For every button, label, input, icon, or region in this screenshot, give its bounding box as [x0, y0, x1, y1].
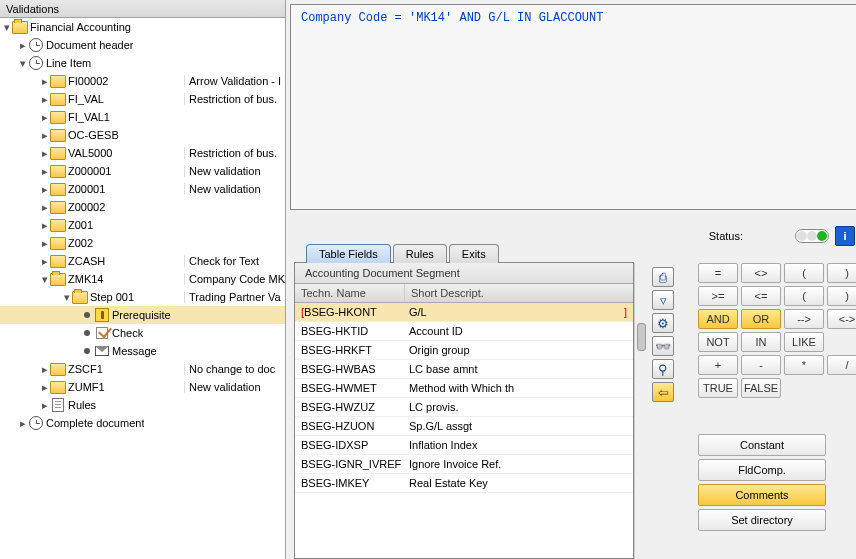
table-row[interactable]: BSEG-IGNR_IVREFIgnore Invoice Ref. [295, 455, 633, 474]
operator-button[interactable]: OR [741, 309, 781, 329]
validation-tree[interactable]: ▾ Financial Accounting ▸ Document header… [0, 18, 285, 559]
status-leds [795, 229, 829, 243]
tree-item[interactable]: ▸FI_VALRestriction of bus. [0, 90, 285, 108]
print-button[interactable]: ⎙ [652, 267, 674, 287]
operator-button[interactable]: >= [698, 286, 738, 306]
tree-item[interactable]: ▸Z000001New validation [0, 162, 285, 180]
panel-title: Validations [0, 0, 285, 18]
tree-item[interactable]: ▸Z00001New validation [0, 180, 285, 198]
expand-icon[interactable]: ▸ [40, 399, 50, 412]
tree-item[interactable]: ▸FI00002Arrow Validation - I [0, 72, 285, 90]
collapse-icon[interactable]: ▾ [18, 57, 28, 70]
operator-button[interactable]: + [698, 355, 738, 375]
formula-editor[interactable]: Company Code = 'MK14' AND G/L IN GLACCOU… [290, 4, 856, 210]
tree-item[interactable]: ▸Z00002 [0, 198, 285, 216]
tree-message[interactable]: Message [0, 342, 285, 360]
tree-root[interactable]: ▾ Financial Accounting [0, 18, 285, 36]
table-row[interactable]: BSEG-HWBASLC base amnt [295, 360, 633, 379]
tree-item[interactable]: ▸ZSCF1No change to doc [0, 360, 285, 378]
expand-icon[interactable]: ▸ [40, 111, 50, 124]
tree-item[interactable]: ▸ZCASHCheck for Text [0, 252, 285, 270]
tree-check[interactable]: Check [0, 324, 285, 342]
expand-icon[interactable]: ▸ [40, 147, 50, 160]
tree-item[interactable]: ▸OC-GESB [0, 126, 285, 144]
operator-button[interactable]: ) [827, 286, 856, 306]
table-row[interactable]: BSEG-HWZUZLC provis. [295, 398, 633, 417]
collapse-icon[interactable]: ▾ [2, 21, 12, 34]
table-scrollbar[interactable] [634, 263, 648, 559]
fldcomp-button[interactable]: FldComp. [698, 459, 826, 481]
setdirectory-button[interactable]: Set directory [698, 509, 826, 531]
table-row[interactable]: [BSEG-HKONTG/L] [295, 303, 633, 322]
operator-button[interactable]: / [827, 355, 856, 375]
expand-icon[interactable]: ▸ [18, 39, 28, 52]
comments-button[interactable]: Comments [698, 484, 826, 506]
info-button[interactable]: i [835, 226, 855, 246]
field-table[interactable]: Accounting Document Segment Techn. Name … [294, 262, 634, 559]
back-button[interactable]: ⇦ [652, 382, 674, 402]
clock-icon [29, 416, 43, 430]
operator-button[interactable]: TRUE [698, 378, 738, 398]
expand-icon[interactable]: ▸ [40, 255, 50, 268]
table-row[interactable]: BSEG-HWMETMethod with Which th [295, 379, 633, 398]
expand-icon[interactable]: ▸ [40, 129, 50, 142]
tab-rules[interactable]: Rules [393, 244, 447, 263]
table-row[interactable]: BSEG-IDXSPInflation Index [295, 436, 633, 455]
expand-icon[interactable]: ▸ [18, 417, 28, 430]
operator-button[interactable]: ) [827, 263, 856, 283]
tree-item[interactable]: ▸VAL5000Restriction of bus. [0, 144, 285, 162]
operator-button[interactable]: <-> [827, 309, 856, 329]
table-header-row: Techn. Name Short Descript. [295, 284, 633, 303]
expand-icon[interactable]: ▸ [40, 93, 50, 106]
config-button[interactable]: ⚙ [652, 313, 674, 333]
expand-icon[interactable]: ▸ [40, 363, 50, 376]
expand-icon[interactable]: ▸ [40, 75, 50, 88]
tree-item[interactable]: ▸Z002 [0, 234, 285, 252]
tree-prerequisite[interactable]: Prerequisite [0, 306, 285, 324]
collapse-icon[interactable]: ▾ [62, 291, 72, 304]
status-label: Status: [709, 230, 743, 242]
expand-icon[interactable]: ▸ [40, 381, 50, 394]
expand-icon[interactable]: ▸ [40, 237, 50, 250]
operator-button[interactable]: IN [741, 332, 781, 352]
tree-item[interactable]: ▸Rules [0, 396, 285, 414]
tab-exits[interactable]: Exits [449, 244, 499, 263]
operator-button[interactable]: LIKE [784, 332, 824, 352]
operator-button[interactable]: FALSE [741, 378, 781, 398]
expand-icon[interactable]: ▸ [40, 183, 50, 196]
tree-item[interactable]: ▸ZUMF1New validation [0, 378, 285, 396]
table-row[interactable]: BSEG-IMKEYReal Estate Key [295, 474, 633, 493]
tab-strip: Table Fields Rules Exits [306, 244, 709, 263]
tree-group-docheader[interactable]: ▸ Document header [0, 36, 285, 54]
table-row[interactable]: BSEG-HZUONSp.G/L assgt [295, 417, 633, 436]
constant-button[interactable]: Constant [698, 434, 826, 456]
find-button[interactable]: 👓 [652, 336, 674, 356]
table-row[interactable]: BSEG-HRKFTOrigin group [295, 341, 633, 360]
tree-group-lineitem[interactable]: ▾ Line Item [0, 54, 285, 72]
tree-item[interactable]: ▸Z001 [0, 216, 285, 234]
collapse-icon[interactable]: ▾ [40, 273, 50, 286]
operator-button[interactable]: <> [741, 263, 781, 283]
expand-icon[interactable]: ▸ [40, 201, 50, 214]
message-icon [95, 346, 109, 356]
tree-group-complete[interactable]: ▸ Complete document [0, 414, 285, 432]
find-next-button[interactable]: ⚲ [652, 359, 674, 379]
operator-button[interactable]: <= [741, 286, 781, 306]
table-row[interactable]: BSEG-HKTIDAccount ID [295, 322, 633, 341]
filter-button[interactable]: ▿ [652, 290, 674, 310]
operator-button[interactable]: AND [698, 309, 738, 329]
tree-item[interactable]: ▸FI_VAL1 [0, 108, 285, 126]
expand-icon[interactable]: ▸ [40, 219, 50, 232]
operator-button[interactable]: ( [784, 263, 824, 283]
operator-button[interactable]: * [784, 355, 824, 375]
tree-step[interactable]: ▾ Step 001 Trading Partner Va [0, 288, 285, 306]
operator-button[interactable]: --> [784, 309, 824, 329]
tab-table-fields[interactable]: Table Fields [306, 244, 391, 263]
operator-button[interactable]: NOT [698, 332, 738, 352]
tree-item[interactable]: ▾ZMK14Company Code MK [0, 270, 285, 288]
operator-button[interactable]: - [741, 355, 781, 375]
operator-button[interactable]: = [698, 263, 738, 283]
clock-icon [29, 56, 43, 70]
operator-button[interactable]: ( [784, 286, 824, 306]
expand-icon[interactable]: ▸ [40, 165, 50, 178]
